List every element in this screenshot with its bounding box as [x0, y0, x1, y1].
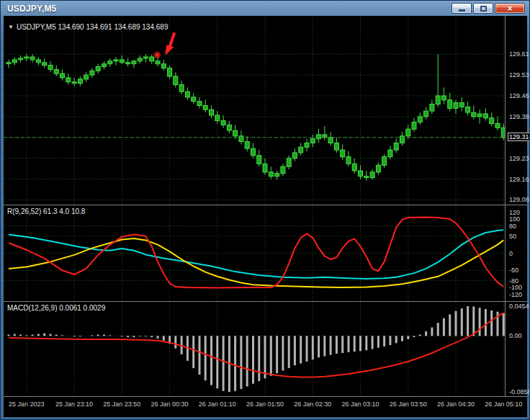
- candlestick-series: [6, 54, 506, 180]
- oscillator-axis-tick: -50: [509, 267, 518, 274]
- maximize-button[interactable]: [473, 3, 493, 14]
- price-axis-tick: 129.535: [509, 71, 530, 79]
- time-axis-label: 25 Jan 23:10: [55, 401, 93, 408]
- chart-client-area: ▼USDJPY,M5 134.690 134.691 134.689 134.6…: [4, 16, 527, 417]
- close-button[interactable]: ×: [495, 3, 525, 14]
- window-title: USDJPY,M5: [7, 4, 57, 14]
- time-axis-label: 26 Jan 03:10: [341, 401, 379, 408]
- chart-ohlc-text: USDJPY,M5 134.690 134.691 134.689 134.68…: [17, 23, 169, 31]
- grid: [4, 302, 506, 396]
- price-axis: 129.610129.535129.460129.385129.310129.2…: [507, 16, 527, 416]
- price-axis-tick: 129.385: [509, 113, 530, 120]
- last-price-tag: 129.310: [508, 133, 530, 141]
- time-axis-label: 26 Jan 04:30: [437, 401, 475, 408]
- oscillator-axis-tick: 100: [509, 215, 520, 223]
- panel-separator[interactable]: [4, 205, 527, 205]
- price-axis-tick: 129.085: [509, 196, 530, 203]
- price-axis-tick: 129.460: [509, 92, 530, 99]
- minimize-icon: [459, 9, 465, 12]
- time-axis-label: 26 Jan 01:10: [199, 401, 236, 408]
- chevron-down-icon[interactable]: ▼: [8, 24, 14, 30]
- price-chart-canvas[interactable]: [4, 16, 506, 205]
- oscillator-axis-tick: -80: [509, 277, 518, 285]
- time-axis-label: 26 Jan 01:50: [246, 401, 284, 408]
- macd-signal-line: [9, 313, 503, 377]
- macd-canvas[interactable]: [4, 302, 506, 396]
- chart-ohlc-header: ▼USDJPY,M5 134.690 134.691 134.689 134.6…: [8, 23, 168, 31]
- macd-axis-tick: 0.0454: [509, 303, 529, 310]
- price-axis-tick: 129.160: [509, 176, 530, 183]
- time-axis: 25 Jan 202325 Jan 23:1025 Jan 23:5026 Ja…: [4, 397, 527, 416]
- oscillator-axis-tick: 0: [509, 250, 513, 257]
- time-axis-label: 26 Jan 02:30: [294, 401, 331, 408]
- oscillator-axis-tick: 80: [509, 223, 516, 230]
- time-axis-label: 26 Jan 00:30: [151, 401, 189, 408]
- window-controls: ×: [452, 3, 525, 14]
- macd-axis-tick: 0.00: [509, 332, 522, 339]
- close-icon: ×: [507, 4, 512, 13]
- sell-signal-marker: [153, 32, 174, 58]
- price-axis-separator: [505, 16, 506, 397]
- red-line: [9, 218, 503, 288]
- price-axis-tick: 129.610: [509, 50, 530, 58]
- macd-label: MACD(12,26,9) 0.0061 0.0029: [7, 304, 105, 312]
- time-axis-label: 26 Jan 03:50: [390, 401, 427, 408]
- application-window: USDJPY,M5 × ▼USDJPY,M5 134.690 134.691 1…: [0, 0, 530, 420]
- oscillator-axis-tick: 50: [509, 233, 516, 240]
- minimize-button[interactable]: [452, 3, 472, 14]
- maximize-icon: [480, 6, 487, 12]
- macd-axis-tick: -0.0856: [509, 388, 530, 396]
- oscillator-canvas[interactable]: [4, 205, 506, 301]
- title-bar[interactable]: USDJPY,M5 ×: [1, 1, 529, 16]
- time-axis-label: 25 Jan 23:50: [103, 401, 140, 408]
- cyan-line: [9, 230, 503, 279]
- oscillator-axis-tick: -120: [509, 291, 522, 298]
- price-axis-tick: 129.235: [509, 155, 530, 162]
- yellow-line: [9, 238, 503, 287]
- panel-separator[interactable]: [4, 301, 527, 302]
- time-axis-label: 25 Jan 2023: [9, 401, 45, 408]
- oscillator-axis-tick: -100: [509, 284, 522, 291]
- oscillator-axis-tick: 120: [509, 209, 520, 216]
- macd-histogram: [9, 306, 503, 392]
- oscillator-label: R(9,26,52) 61.3 4.0 10.8: [7, 207, 85, 215]
